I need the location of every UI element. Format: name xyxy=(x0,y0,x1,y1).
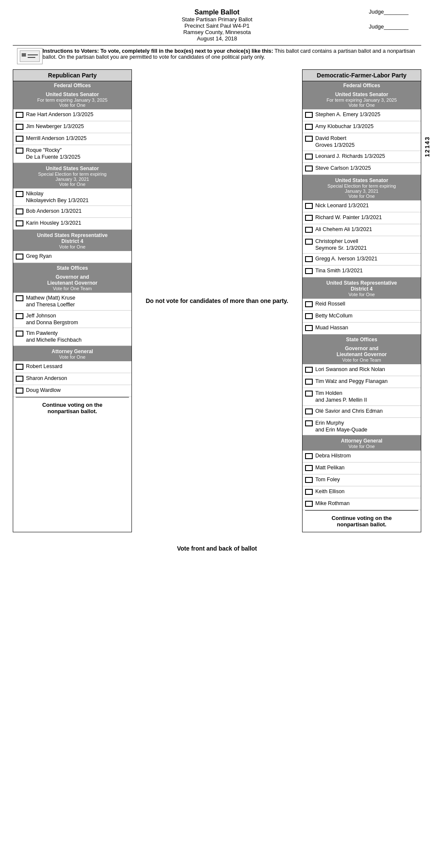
dem-candidate-tom-foley: Tom Foley xyxy=(303,474,421,486)
dem-candidate-murphy-maye-quade: Erin Murphyand Erin Maye-Quade xyxy=(303,418,421,436)
rep-continue-text: Continue voting on thenonpartisan ballot… xyxy=(13,397,131,419)
checkbox[interactable] xyxy=(305,408,313,414)
checkbox[interactable] xyxy=(16,313,23,319)
rep-federal-header: Federal Offices xyxy=(13,81,131,90)
dem-us-rep-d4-header: United States RepresentativeDistrict 4 V… xyxy=(303,277,421,299)
ballot-header: Sample Ballot State Partisan Primary Bal… xyxy=(13,9,421,42)
dem-continue-text: Continue voting on thenonpartisan ballot… xyxy=(303,511,421,532)
checkbox[interactable] xyxy=(16,295,23,301)
rep-candidate-rae-hart: Rae Hart Anderson 1/3/2025 xyxy=(13,109,131,121)
ballot-title: Sample Ballot xyxy=(13,9,421,16)
checkbox[interactable] xyxy=(305,136,313,142)
checkbox[interactable] xyxy=(305,453,313,459)
dem-candidate-betty-mccollum: Betty McCollum xyxy=(303,311,421,323)
checkbox[interactable] xyxy=(16,364,23,370)
rep-candidate-sharon-anderson: Sharon Anderson xyxy=(13,373,131,385)
checkbox[interactable] xyxy=(305,268,313,274)
rep-candidate-robert-lessard: Robert Lessard xyxy=(13,361,131,373)
checkbox[interactable] xyxy=(305,379,313,385)
checkbox[interactable] xyxy=(16,376,23,382)
dem-candidate-nick-leonard: Nick Leonard 1/3/2021 xyxy=(303,200,421,212)
rep-us-senator-2025-header: United States Senator For term expiring … xyxy=(13,90,131,109)
checkbox[interactable] xyxy=(305,166,313,171)
democratic-column: Democratic-Farmer-Labor Party Federal Of… xyxy=(302,69,421,532)
dem-candidate-holden-mellin: Tim Holdenand James P. Mellin II xyxy=(303,388,421,406)
checkbox[interactable] xyxy=(305,313,313,319)
checkbox[interactable] xyxy=(305,239,313,245)
checkbox[interactable] xyxy=(305,420,313,426)
checkbox[interactable] xyxy=(16,124,23,130)
rep-candidate-karin-housley: Karin Housley 1/3/2021 xyxy=(13,218,131,230)
checkbox[interactable] xyxy=(16,388,23,394)
checkbox[interactable] xyxy=(305,154,313,160)
dem-candidate-david-groves: David RobertGroves 1/3/2025 xyxy=(303,133,421,151)
voting-icon xyxy=(17,48,43,64)
checkbox[interactable] xyxy=(16,112,23,118)
checkbox[interactable] xyxy=(305,367,313,373)
dem-us-senator-2021-header: United States Senator Special Election f… xyxy=(303,175,421,200)
dem-candidate-keith-ellison: Keith Ellison xyxy=(303,486,421,498)
checkbox[interactable] xyxy=(305,256,313,262)
page: Judge________ Judge________ Sample Ballo… xyxy=(0,0,434,868)
rep-state-header: State Offices xyxy=(13,263,131,272)
checkbox[interactable] xyxy=(16,208,23,214)
checkbox[interactable] xyxy=(305,465,313,471)
checkbox[interactable] xyxy=(305,124,313,130)
checkbox[interactable] xyxy=(305,325,313,331)
dem-candidate-christopher-lovell: Christopher LovellSeymore Sr. 1/3/2021 xyxy=(303,236,421,254)
judge-line-1: Judge________ xyxy=(369,9,408,15)
checkbox[interactable] xyxy=(16,331,23,337)
dem-candidate-steve-carlson: Steve Carlson 1/3/2025 xyxy=(303,163,421,175)
ballot-number: 12143 xyxy=(424,136,431,157)
dem-candidate-debra-hilstrom: Debra Hilstrom xyxy=(303,451,421,463)
dem-candidate-savior-edman: Olé Savior and Chris Edman xyxy=(303,406,421,418)
dem-candidate-matt-pelikan: Matt Pelikan xyxy=(303,463,421,474)
middle-text: Do not vote for candidates of more than … xyxy=(146,297,288,304)
checkbox[interactable] xyxy=(305,501,313,507)
dem-governor-header: Governor andLieutenant Governor Vote for… xyxy=(303,344,421,364)
checkbox[interactable] xyxy=(305,489,313,495)
checkbox[interactable] xyxy=(305,215,313,221)
rep-candidate-johnson-bergstrom: Jeff Johnsonand Donna Bergstrom xyxy=(13,311,131,328)
republican-column: Republican Party Federal Offices United … xyxy=(13,69,132,532)
rep-us-senator-2021-header: United States Senator Special Election f… xyxy=(13,163,131,188)
dem-candidate-richard-painter: Richard W. Painter 1/3/2021 xyxy=(303,212,421,224)
instructions-bold: Instructions to Voters: To vote, complet… xyxy=(43,48,273,54)
checkbox[interactable] xyxy=(305,112,313,118)
rep-candidate-merrill-anderson: Merrill Anderson 1/3/2025 xyxy=(13,133,131,145)
checkbox[interactable] xyxy=(16,254,23,260)
judge-area: Judge________ Judge________ xyxy=(369,9,408,38)
checkbox[interactable] xyxy=(305,227,313,233)
checkbox[interactable] xyxy=(16,191,23,197)
checkbox[interactable] xyxy=(16,148,23,154)
instructions-block: Instructions to Voters: To vote, complet… xyxy=(13,45,421,64)
rep-us-rep-d4-header: United States RepresentativeDistrict 4 V… xyxy=(13,230,131,251)
ballot-subtitle-1: State Partisan Primary Ballot xyxy=(13,16,421,23)
checkbox[interactable] xyxy=(305,301,313,307)
ballot-columns: Republican Party Federal Offices United … xyxy=(13,69,421,532)
dem-candidate-reid-rossell: Reid Rossell xyxy=(303,299,421,311)
checkbox[interactable] xyxy=(16,136,23,142)
dem-state-header: State Offices xyxy=(303,334,421,344)
checkbox[interactable] xyxy=(305,203,313,209)
rep-candidate-bob-anderson: Bob Anderson 1/3/2021 xyxy=(13,206,131,218)
ballot-subtitle-2: Precinct Saint Paul W4-P1 xyxy=(13,23,421,29)
dem-candidate-gregg-iverson: Gregg A. Iverson 1/3/2021 xyxy=(303,254,421,266)
rep-candidate-greg-ryan: Greg Ryan xyxy=(13,251,131,263)
checkbox[interactable] xyxy=(305,477,313,483)
rep-candidate-roque: Roque "Rocky"De La Fuente 1/3/2025 xyxy=(13,145,131,163)
rep-ag-header: Attorney General Vote for One xyxy=(13,346,131,361)
dem-candidate-walz-flanagan: Tim Walz and Peggy Flanagan xyxy=(303,376,421,388)
dem-ag-header: Attorney General Vote for One xyxy=(303,435,421,451)
dem-candidate-muad-hassan: Muad Hassan xyxy=(303,323,421,334)
dem-federal-header: Federal Offices xyxy=(303,81,421,90)
dem-candidate-ali-chehem: Ali Chehem Ali 1/3/2021 xyxy=(303,224,421,236)
middle-column: Do not vote for candidates of more than … xyxy=(132,69,302,532)
dem-candidate-stephen-emery: Stephen A. Emery 1/3/2025 xyxy=(303,109,421,121)
republican-party-header: Republican Party xyxy=(13,70,131,81)
dem-candidate-tina-smith: Tina Smith 1/3/2021 xyxy=(303,266,421,277)
checkbox[interactable] xyxy=(16,220,23,226)
checkbox[interactable] xyxy=(305,391,313,397)
svg-rect-1 xyxy=(22,53,26,57)
instructions-text: Instructions to Voters: To vote, complet… xyxy=(43,48,421,60)
